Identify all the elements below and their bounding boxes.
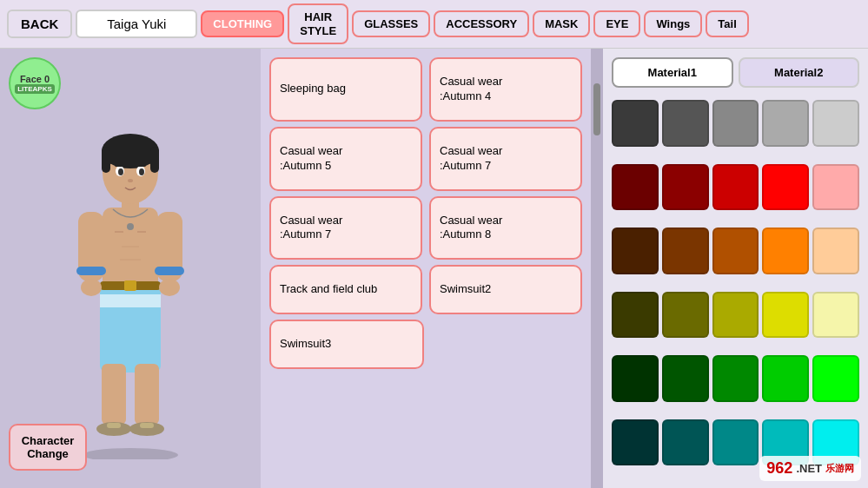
liteapks-badge: LITEAPKS	[15, 84, 55, 94]
color-swatch[interactable]	[662, 292, 709, 339]
tab-mask[interactable]: MASK	[533, 10, 590, 38]
color-swatch[interactable]	[662, 419, 709, 466]
color-swatch[interactable]	[712, 100, 759, 147]
main-area: Face 0 LITEAPKS	[0, 49, 868, 488]
color-swatch[interactable]	[762, 292, 809, 339]
color-swatch[interactable]	[612, 355, 659, 402]
tab-eye[interactable]: EYE	[593, 10, 640, 38]
svg-rect-8	[140, 423, 154, 428]
color-swatch[interactable]	[712, 228, 759, 274]
clothing-row: Track and field club Swimsuit2	[269, 265, 582, 314]
svg-rect-28	[155, 267, 184, 275]
color-swatch[interactable]	[712, 164, 759, 211]
clothing-item-casual-autumn8[interactable]: Casual wear:Autumn 8	[429, 196, 582, 260]
clothing-row: Casual wear:Autumn 7 Casual wear:Autumn …	[269, 196, 582, 260]
svg-rect-2	[100, 294, 161, 307]
top-bar: BACK Taiga Yuki CLOTHING HAIRSTYLE GLASS…	[0, 0, 868, 49]
tab-glasses[interactable]: GLASSES	[352, 10, 430, 38]
color-swatch[interactable]	[712, 355, 759, 402]
svg-point-24	[127, 223, 134, 230]
scroll-thumb[interactable]	[593, 83, 600, 135]
color-swatch[interactable]	[662, 164, 709, 211]
watermark-net: .NET	[796, 462, 822, 475]
clothing-item-casual-autumn7b[interactable]: Casual wear:Autumn 7	[269, 196, 422, 260]
clothing-item-casual-autumn7a[interactable]: Casual wear:Autumn 7	[429, 127, 582, 191]
color-swatch[interactable]	[612, 419, 659, 466]
svg-point-20	[139, 168, 144, 175]
watermark-num: 962	[766, 459, 792, 478]
color-swatch[interactable]	[662, 100, 709, 147]
color-swatch[interactable]	[712, 292, 759, 339]
material2-tab[interactable]: Material2	[739, 57, 860, 88]
back-button[interactable]: BACK	[7, 10, 72, 38]
face-label: Face 0	[20, 74, 50, 84]
color-swatch[interactable]	[812, 292, 859, 339]
color-swatch[interactable]	[662, 228, 709, 274]
tab-hairstyle[interactable]: HAIRSTYLE	[288, 3, 348, 44]
color-swatch[interactable]	[762, 100, 809, 147]
color-swatch[interactable]	[762, 355, 809, 402]
color-swatch[interactable]	[612, 228, 659, 274]
svg-rect-27	[76, 267, 106, 275]
svg-rect-11	[124, 280, 136, 291]
character-figure	[52, 95, 209, 442]
svg-rect-15	[102, 147, 110, 173]
clothing-item-casual-autumn4[interactable]: Casual wear:Autumn 4	[429, 57, 582, 122]
svg-rect-16	[150, 147, 159, 173]
character-panel: Face 0 LITEAPKS	[0, 49, 261, 488]
clothing-row: Swimsuit3	[269, 320, 582, 369]
watermark-sub: 乐游网	[825, 464, 854, 473]
clothing-row: Casual wear:Autumn 5 Casual wear:Autumn …	[269, 127, 582, 191]
clothing-item-sleeping-bag[interactable]: Sleeping bag	[269, 57, 422, 122]
svg-rect-21	[115, 164, 125, 167]
color-swatch[interactable]	[812, 164, 859, 211]
clothing-item-casual-autumn5[interactable]: Casual wear:Autumn 5	[269, 127, 422, 191]
tab-accessory[interactable]: ACCESSORY	[434, 10, 529, 38]
svg-rect-3	[102, 364, 126, 425]
clothing-item-track-field[interactable]: Track and field club	[269, 265, 422, 314]
clothing-row: Sleeping bag Casual wear:Autumn 4	[269, 57, 582, 122]
svg-rect-9	[103, 208, 158, 290]
color-swatch[interactable]	[812, 355, 859, 402]
scroll-divider	[591, 49, 603, 488]
svg-point-29	[81, 279, 102, 296]
color-swatch[interactable]	[612, 292, 659, 339]
tab-clothing[interactable]: CLOTHING	[201, 10, 284, 38]
clothing-panel: Sleeping bag Casual wear:Autumn 4 Casual…	[261, 49, 591, 488]
material1-tab[interactable]: Material1	[612, 57, 733, 88]
material-tabs: Material1 Material2	[612, 57, 859, 88]
svg-point-19	[118, 168, 123, 175]
color-swatch[interactable]	[662, 355, 709, 402]
svg-point-30	[159, 279, 180, 296]
svg-point-0	[83, 448, 178, 459]
color-swatch[interactable]	[812, 100, 859, 147]
color-panel: Material1 Material2	[603, 49, 868, 488]
character-change-button[interactable]: CharacterChange	[9, 424, 87, 471]
watermark: 962 .NET 乐游网	[759, 456, 861, 481]
svg-rect-22	[136, 164, 146, 167]
svg-rect-4	[135, 364, 159, 425]
tab-tail[interactable]: Tail	[706, 10, 748, 38]
character-name: Taiga Yuki	[76, 10, 197, 38]
color-swatch[interactable]	[712, 419, 759, 466]
svg-rect-6	[107, 423, 121, 428]
color-swatch[interactable]	[812, 228, 859, 274]
clothing-item-swimsuit2[interactable]: Swimsuit2	[429, 265, 582, 314]
svg-point-23	[128, 179, 133, 182]
color-swatch[interactable]	[612, 100, 659, 147]
clothing-item-swimsuit3[interactable]: Swimsuit3	[269, 320, 424, 369]
color-swatch[interactable]	[762, 228, 809, 274]
color-grid	[612, 100, 859, 479]
color-swatch[interactable]	[612, 164, 659, 211]
color-swatch[interactable]	[762, 164, 809, 211]
clothing-item-empty	[431, 320, 582, 369]
tab-wings[interactable]: Wings	[644, 10, 702, 38]
